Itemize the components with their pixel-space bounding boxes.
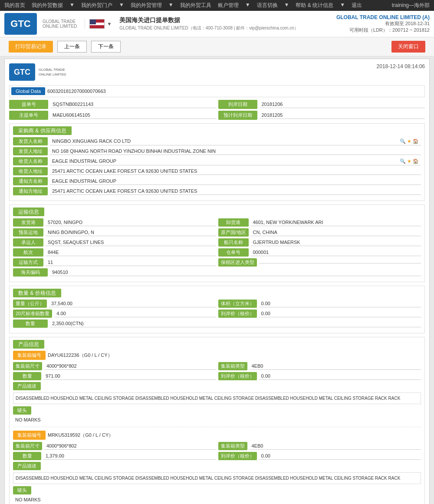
weight-field: 重量（公斤） 37,540.00 <box>13 300 216 308</box>
print-button-top[interactable]: 打印贸易记录 <box>9 41 53 53</box>
container2-type-label: 集装箱类型 <box>218 442 247 450</box>
product-section-title: 产品信息 <box>13 340 44 349</box>
master-bill-row: 主提单号 MAEU606145105 预计到岸日期 20181205 <box>9 111 425 120</box>
vessel-field: 船只名称 GJERTRUD MAERSK <box>218 238 421 247</box>
container2-no-row: 集装箱编号 MRKU5319592（G0 / L / CY） <box>13 431 421 440</box>
product-section-header: 产品信息 <box>13 341 421 348</box>
top-action-bar: 打印贸易记录 上一条 下一条 关闭窗口 <box>0 37 434 56</box>
data-section-header: 数量 & 价格信息 <box>13 290 421 297</box>
est-arrival-field: 预计到岸日期 20181205 <box>218 111 425 120</box>
ftz-value <box>259 261 421 264</box>
search-icon[interactable]: 🔍 <box>400 138 406 144</box>
container2-type-value: 4EB0 <box>250 442 421 450</box>
container2-mark-label: 唛头 <box>13 486 31 494</box>
prev-button-top[interactable]: 上一条 <box>57 41 87 53</box>
carrier-vessel-row: 承运人 SQST, SEAQUEST LINES 船只名称 GJERTRUD M… <box>13 238 421 247</box>
nav-account[interactable]: 账户管理 <box>218 2 239 9</box>
voyage-label: 航次 <box>13 248 43 257</box>
container1-no-value: DAYU6122236（G0 / L / CY） <box>48 352 112 359</box>
nav-language[interactable]: 语言切换 <box>257 2 278 9</box>
consignee-addr-label: 收货人地址 <box>13 167 48 175</box>
vessel-value: GJERTRUD MAERSK <box>251 239 421 246</box>
close-button-top[interactable]: 关闭窗口 <box>391 41 425 53</box>
customs-code-value: 940510 <box>50 269 421 276</box>
document-container: GTC GLOBAL TRADEONLINE LIMITED 2018-12-1… <box>4 59 430 504</box>
voyage-value: 844E <box>46 249 216 256</box>
shipper-icons: 🔍 ★ 🏠 <box>400 138 419 144</box>
container1-no-row: 集装箱编号 DAYU6122236（G0 / L / CY） <box>13 351 421 360</box>
container20-field: 20尺标准箱数量 4.00 <box>13 310 216 318</box>
bol-value: 000001 <box>251 249 421 256</box>
container20-price-row: 20尺标准箱数量 4.00 到岸价（核价） 0.00 <box>13 310 421 318</box>
home-icon[interactable]: 🏠 <box>413 138 419 144</box>
ldr-info: 可用时段（LDR）：200712 ~ 201812 <box>336 27 430 33</box>
container1-price-field: 到岸价（核价） 0.00 <box>218 372 421 380</box>
nav-help[interactable]: 帮助 & 统计信息 <box>296 2 333 9</box>
consignee-name-label: 收货人名称 <box>13 157 48 165</box>
transport-mode-value: 11 <box>46 259 216 266</box>
container2-mark-value: NO MARKS <box>13 496 421 503</box>
unload-port-label: 卸货港 <box>218 218 249 227</box>
consignee-search-icon[interactable]: 🔍 <box>400 158 406 164</box>
quantity-value: 2,350.00(CTN) <box>50 320 421 327</box>
predepart-value: NING BO/NINGPO, N <box>46 229 216 236</box>
notify-addr-row: 通知方地址 25471 ARCTIC OCEAN LAKE FOREST CA … <box>13 187 421 195</box>
predepart-origin-row: 预装运地 NING BO/NINGPO, N 原产国/地区 CN, CHINA <box>13 228 421 237</box>
predepart-label: 预装运地 <box>13 228 43 237</box>
voyage-bol-row: 航次 844E 仓单号 000001 <box>13 248 421 257</box>
arrival-price-value: 0.00 <box>259 310 421 317</box>
unload-port-value: 4601, NEW YORK/NEWARK ARI <box>251 219 421 226</box>
arrival-date-field: 到岸日期 20181206 <box>218 100 425 109</box>
container1-qty-price: 数量 971.00 到岸价（核价） 0.00 <box>13 372 421 380</box>
consignee-addr-row: 收货人地址 25471 ARCTIC OCEAN LAKE FOREST CA … <box>13 167 421 175</box>
nav-management[interactable]: 我的外贸管理 <box>131 2 162 9</box>
container1-desc-value: DISASSEMBLED HOUSEHOLD METAL CEILING STO… <box>13 392 421 404</box>
bill-no-value: SQSTNB00221143 <box>50 101 216 108</box>
voyage-field: 航次 844E <box>13 248 216 257</box>
global-data-row: Global Data 6003201812070000070663 <box>9 85 425 97</box>
customs-code-label: 海关编码 <box>13 268 48 277</box>
bol-field: 仓单号 000001 <box>218 248 421 257</box>
nav-tools[interactable]: 我的外贸工具 <box>180 2 211 9</box>
carrier-value: SQST, SEAQUEST LINES <box>46 239 216 246</box>
logo-area: GTC GLOBAL TRADEONLINE LIMITED ▼ 美国海关进口提… <box>4 13 299 35</box>
container20-value: 4.00 <box>54 310 216 317</box>
quantity-row: 数量 2,350.00(CTN) <box>13 320 421 328</box>
predepart-field: 预装运地 NING BO/NINGPO, N <box>13 228 216 237</box>
next-button-top[interactable]: 下一条 <box>91 41 121 53</box>
volume-label: 体积（立方米） <box>218 300 257 308</box>
notify-name-value: EAGLE INDUSTRIAL GROUP <box>50 178 421 185</box>
ftz-label: 保税区进入类型 <box>218 258 257 267</box>
container2-price-label: 到岸价（核价） <box>218 452 257 460</box>
consignee-home-icon[interactable]: 🏠 <box>413 158 419 164</box>
volume-field: 体积（立方米） 0.00 <box>218 300 421 308</box>
nav-portal[interactable]: 我的外贸门户 <box>81 2 112 9</box>
star-icon[interactable]: ★ <box>407 138 411 144</box>
container20-label: 20尺标准箱数量 <box>13 310 52 318</box>
container1-size-value: 4000*906*802 <box>44 362 216 370</box>
container1-size-type: 集装箱尺寸 4000*906*802 集装箱类型 4EB0 <box>13 362 421 370</box>
user-info: training—海外部 <box>392 2 430 9</box>
global-data-value: 6003201812070000070663 <box>47 89 423 94</box>
master-bill-label: 主提单号 <box>9 111 48 120</box>
nav-home[interactable]: 我的首页 <box>4 2 25 9</box>
supplier-section-header: 采购商 & 供应商信息 <box>13 127 421 135</box>
ftz-field: 保税区进入类型 <box>218 258 421 267</box>
container1-size-label: 集装箱尺寸 <box>13 362 42 370</box>
transport-section-title: 运输信息 <box>13 208 44 216</box>
origin-field: 原产国/地区 CN, CHINA <box>218 228 421 237</box>
nav-logout[interactable]: 退出 <box>352 2 362 9</box>
master-bill-value: MAEU606145105 <box>50 112 216 119</box>
container2-price-value: 0.00 <box>259 452 421 460</box>
supplier-section: 采购商 & 供应商信息 发货人名称 NINGBO XINGUANG RACK C… <box>9 123 425 201</box>
container2-size-type: 集装箱尺寸 4000*906*802 集装箱类型 4EB0 <box>13 442 421 450</box>
consignee-star-icon[interactable]: ★ <box>407 158 411 164</box>
bill-no-field: 提单号 SQSTNB00221143 <box>9 100 216 109</box>
nav-trade-data[interactable]: 我的外贸数据 <box>32 2 63 9</box>
container1-qty-field: 数量 971.00 <box>13 372 216 380</box>
est-arrival-value: 20181205 <box>260 112 425 119</box>
container2-size-value: 4000*906*802 <box>44 442 216 450</box>
load-unload-row: 发货港 57020, NINGPO 卸货港 4601, NEW YORK/NEW… <box>13 218 421 227</box>
doc-logo-area: GTC GLOBAL TRADEONLINE LIMITED <box>9 63 66 81</box>
unload-port-field: 卸货港 4601, NEW YORK/NEWARK ARI <box>218 218 421 227</box>
